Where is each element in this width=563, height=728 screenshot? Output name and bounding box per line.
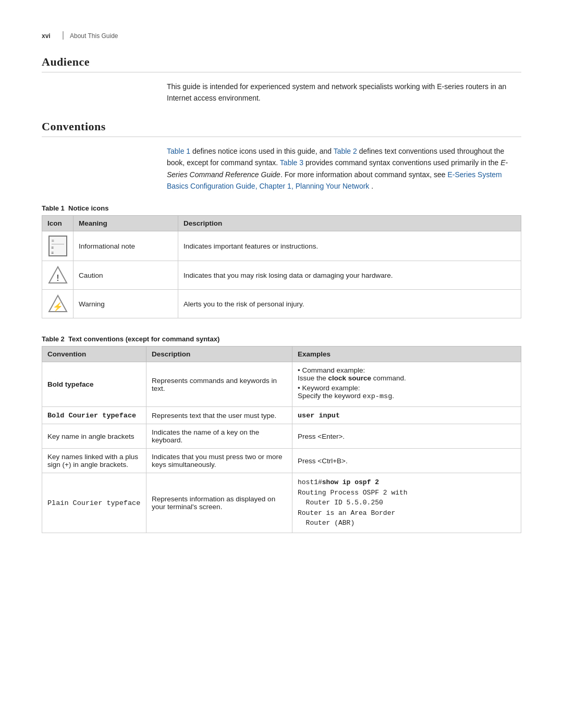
desc-caution: Indicates that you may risk losing data … bbox=[178, 261, 521, 290]
conventions-heading: Conventions bbox=[42, 120, 521, 137]
icon-cell-note: ≡ ≡ ≡ bbox=[42, 231, 74, 261]
conv-plain-courier: Plain Courier typeface bbox=[42, 473, 146, 533]
table-row: ≡ ≡ ≡ Informational note Indicates impor… bbox=[42, 231, 521, 261]
table-row: Key names linked with a plus sign (+) in… bbox=[42, 449, 521, 473]
table1-col-icon: Icon bbox=[42, 216, 74, 231]
desc-plain-courier: Represents information as displayed on y… bbox=[146, 473, 292, 533]
icon-cell-warning: ⚡ bbox=[42, 290, 74, 318]
examples-bold-typeface: Command example:Issue the clock source c… bbox=[292, 362, 521, 407]
bold-examples-list: Command example:Issue the clock source c… bbox=[298, 366, 516, 400]
table-row: ! Caution Indicates that you may risk lo… bbox=[42, 261, 521, 290]
desc-note: Indicates important features or instruct… bbox=[178, 231, 521, 261]
table2-col-description: Description bbox=[146, 347, 292, 362]
svg-text:⚡: ⚡ bbox=[53, 302, 63, 312]
list-item: Keyword example:Specify the keyword exp-… bbox=[298, 384, 516, 400]
desc-warning: Alerts you to the risk of personal injur… bbox=[178, 290, 521, 318]
table1: Icon Meaning Description ≡ ≡ ≡ bbox=[42, 215, 521, 318]
breadcrumb: About This Guide bbox=[70, 32, 118, 40]
desc-bold-typeface: Represents commands and keywords in text… bbox=[146, 362, 292, 407]
warning-icon: ⚡ bbox=[48, 294, 68, 314]
table1-link[interactable]: Table 1 bbox=[167, 147, 190, 155]
desc-key-plus: Indicates that you must press two or mor… bbox=[146, 449, 292, 473]
examples-key-angle: Press <Enter>. bbox=[292, 424, 521, 449]
table2-link[interactable]: Table 2 bbox=[334, 147, 357, 155]
list-item: Command example:Issue the clock source c… bbox=[298, 366, 516, 382]
table1-caption-bold: Table 1 bbox=[42, 204, 65, 212]
table2-body: Bold typeface Represents commands and ke… bbox=[42, 362, 521, 533]
icon-cell-caution: ! bbox=[42, 261, 74, 290]
conventions-section: Conventions Table 1 defines notice icons… bbox=[42, 120, 521, 533]
caution-icon: ! bbox=[48, 265, 68, 285]
examples-plain-courier: host1#show ip ospf 2 Routing Process OSP… bbox=[292, 473, 521, 533]
table1-caption-text: Notice icons bbox=[66, 204, 108, 212]
table2-caption-bold: Table 2 bbox=[42, 335, 65, 343]
table2-col-examples: Examples bbox=[292, 347, 521, 362]
conv-key-plus: Key names linked with a plus sign (+) in… bbox=[42, 449, 146, 473]
audience-heading: Audience bbox=[42, 55, 521, 72]
meaning-warning: Warning bbox=[74, 290, 178, 318]
page-number: xvi bbox=[42, 31, 63, 40]
conventions-intro: Table 1 defines notice icons used in thi… bbox=[167, 145, 521, 192]
header-area: xvi About This Guide bbox=[42, 31, 521, 40]
examples-bold-courier: user input bbox=[292, 407, 521, 424]
table1-col-description: Description bbox=[178, 216, 521, 231]
table2-caption-text: Text conventions (except for command syn… bbox=[66, 335, 219, 343]
conv-bold-courier: Bold Courier typeface bbox=[42, 407, 146, 424]
table1-col-meaning: Meaning bbox=[74, 216, 178, 231]
audience-section: Audience This guide is intended for expe… bbox=[42, 55, 521, 104]
table-row: Bold Courier typeface Represents text th… bbox=[42, 407, 521, 424]
audience-text: This guide is intended for experienced s… bbox=[167, 81, 521, 104]
table1-header-row: Icon Meaning Description bbox=[42, 216, 521, 231]
meaning-note: Informational note bbox=[74, 231, 178, 261]
desc-key-angle: Indicates the name of a key on the keybo… bbox=[146, 424, 292, 449]
table2-head: Convention Description Examples bbox=[42, 347, 521, 362]
table2-container: Table 2 Text conventions (except for com… bbox=[42, 335, 521, 533]
conv-key-angle: Key name in angle brackets bbox=[42, 424, 146, 449]
warning-svg: ⚡ bbox=[48, 294, 68, 314]
table-row: Plain Courier typeface Represents inform… bbox=[42, 473, 521, 533]
svg-text:!: ! bbox=[56, 274, 59, 282]
table-row: ⚡ Warning Alerts you to the risk of pers… bbox=[42, 290, 521, 318]
code-block: host1#show ip ospf 2 Routing Process OSP… bbox=[298, 477, 516, 528]
table2-col-convention: Convention bbox=[42, 347, 146, 362]
page: xvi About This Guide Audience This guide… bbox=[0, 0, 563, 728]
table1-head: Icon Meaning Description bbox=[42, 216, 521, 231]
breadcrumb-bar: About This Guide bbox=[63, 31, 118, 40]
table1-container: Table 1 Notice icons Icon Meaning Descri… bbox=[42, 204, 521, 318]
desc-bold-courier: Represents text that the user must type. bbox=[146, 407, 292, 424]
conv-bold-typeface: Bold typeface bbox=[42, 362, 146, 407]
table1-body: ≡ ≡ ≡ Informational note Indicates impor… bbox=[42, 231, 521, 318]
table-row: Key name in angle brackets Indicates the… bbox=[42, 424, 521, 449]
table3-link[interactable]: Table 3 bbox=[280, 158, 303, 167]
examples-key-plus: Press <Ctrl+B>. bbox=[292, 449, 521, 473]
table2-header-row: Convention Description Examples bbox=[42, 347, 521, 362]
caution-svg: ! bbox=[48, 265, 68, 285]
note-icon: ≡ ≡ ≡ bbox=[48, 236, 67, 256]
table-row: Bold typeface Represents commands and ke… bbox=[42, 362, 521, 407]
table2: Convention Description Examples Bold typ… bbox=[42, 346, 521, 533]
audience-content: This guide is intended for experienced s… bbox=[167, 81, 521, 104]
conventions-intro-text: Table 1 defines notice icons used in thi… bbox=[167, 145, 521, 192]
table2-caption: Table 2 Text conventions (except for com… bbox=[42, 335, 521, 343]
meaning-caution: Caution bbox=[74, 261, 178, 290]
table1-caption: Table 1 Notice icons bbox=[42, 204, 521, 212]
